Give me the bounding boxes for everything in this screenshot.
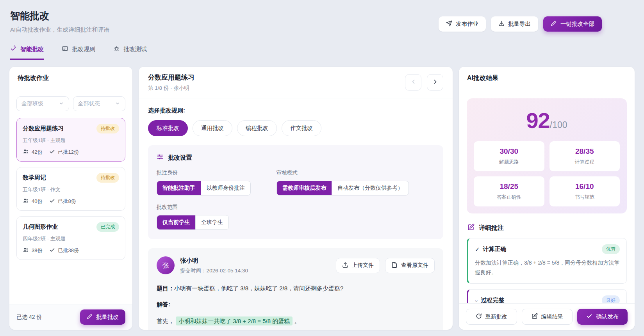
tab-grading-rules[interactable]: 批改规则 bbox=[62, 45, 95, 60]
queue-footer: 已选 42 份 批量批改 bbox=[9, 304, 132, 330]
settings-grid: 批注身份 智能批注助手 以教师身份批注 审核模式 需教师审核后发布 自动发布（分… bbox=[157, 169, 435, 196]
segment-auto-publish[interactable]: 自动发布（分数仅供参考） bbox=[332, 181, 409, 195]
review-mode-segmented: 需教师审核后发布 自动发布（分数仅供参考） bbox=[277, 181, 409, 196]
graded-count: 已批12份 bbox=[49, 149, 78, 156]
check-icon bbox=[49, 198, 55, 205]
grading-settings: 批改设置 批注身份 智能批注助手 以教师身份批注 审核模式 bbox=[148, 145, 443, 239]
score-line: 92/100 bbox=[474, 108, 620, 133]
prev-submission-button[interactable] bbox=[405, 74, 421, 91]
batch-grade-button[interactable]: 批量批改 bbox=[80, 309, 125, 325]
rating-badge: 优秀 bbox=[602, 244, 620, 254]
next-submission-button[interactable] bbox=[427, 74, 443, 91]
student-info: 张 张小明 提交时间：2026-02-05 14:30 bbox=[157, 256, 248, 274]
dimension-value: 30/30 bbox=[478, 147, 541, 156]
answer-line-1-highlight[interactable]: 小明和妹妹一共吃了 3/8 + 2/8 = 5/8 的蛋糕 bbox=[176, 316, 293, 325]
grade-all-button[interactable]: 一键批改全部 bbox=[543, 16, 602, 32]
tab-smart-grading[interactable]: 智能批改 bbox=[10, 45, 44, 60]
assignment-card-geometry[interactable]: 几何图形作业 已完成 四年级2班 · 主观题 38份 已批38份 bbox=[16, 216, 125, 260]
regrade-button[interactable]: 重新批改 bbox=[466, 309, 517, 325]
view-original-file-label: 查看原文件 bbox=[401, 262, 428, 269]
answer-line-1: 首先， 小明和妹妹一共吃了 3/8 + 2/8 = 5/8 的蛋糕 。 bbox=[157, 316, 435, 327]
submission-count: 40份 bbox=[23, 197, 42, 205]
segment-review-before-publish[interactable]: 需教师审核后发布 bbox=[277, 181, 332, 195]
pen-icon bbox=[551, 20, 557, 28]
student-name: 张小明 bbox=[180, 257, 248, 265]
assignment-name: 几何图形作业 bbox=[23, 223, 58, 231]
dimension-handwriting: 16/10 书写规范 bbox=[549, 176, 620, 206]
question-text: 小明有一块蛋糕，他吃了 3/8，妹妹吃了 2/8，请问还剩多少蛋糕? bbox=[174, 285, 343, 292]
result-footer: 重新批改 编辑结果 确认发布 bbox=[459, 303, 635, 330]
status-badge: 待批改 bbox=[96, 124, 119, 133]
submission-count-label: 38份 bbox=[32, 247, 42, 254]
grading-scope-segmented: 仅当前学生 全班学生 bbox=[157, 215, 229, 230]
rule-essay[interactable]: 作文批改 bbox=[282, 120, 321, 136]
page-title: 智能批改 bbox=[10, 9, 109, 22]
edit-square-icon bbox=[467, 224, 475, 232]
edit-result-label: 编辑结果 bbox=[541, 313, 563, 320]
tab-grading-test[interactable]: 批改测试 bbox=[113, 45, 147, 60]
field-label: 批注身份 bbox=[157, 169, 268, 176]
confirm-publish-button[interactable]: 确认发布 bbox=[577, 309, 628, 325]
assignment-card-math-journal[interactable]: 数学周记 待批改 五年级1班 · 作文 40份 已批8份 bbox=[16, 167, 125, 211]
top-bar: 智能批改 AI自动批改作业，生成详细批注和评语 发布作业 批量导出 一键批改全部 bbox=[0, 0, 644, 34]
segment-current-student[interactable]: 仅当前学生 bbox=[157, 215, 195, 229]
rules-card-icon bbox=[62, 45, 68, 53]
pending-assignments-panel: 待批改作业 全部班级 全部状态 分数应用题练习 待批改 五年级1班 bbox=[9, 67, 132, 330]
segment-ai-assistant[interactable]: 智能批注助手 bbox=[157, 181, 201, 195]
users-icon bbox=[23, 247, 29, 254]
chevron-right-icon bbox=[432, 78, 439, 86]
rule-standard[interactable]: 标准批改 bbox=[148, 120, 188, 136]
assignment-card-fraction-practice[interactable]: 分数应用题练习 待批改 五年级1班 · 主观题 42份 已批12份 bbox=[16, 118, 125, 162]
rule-programming[interactable]: 编程批改 bbox=[237, 120, 277, 136]
score-dimensions: 30/30 解题思路 28/35 计算过程 18/25 答案正确性 16/1 bbox=[474, 141, 620, 206]
pen-icon bbox=[87, 314, 93, 321]
result-body[interactable]: 92/100 30/30 解题思路 28/35 计算过程 18/25 bbox=[459, 90, 635, 330]
rule-general[interactable]: 通用批改 bbox=[193, 120, 232, 136]
users-icon bbox=[23, 197, 29, 205]
status-filter-select[interactable]: 全部状态 bbox=[73, 96, 126, 111]
segment-whole-class[interactable]: 全班学生 bbox=[195, 215, 228, 229]
result-panel-title: AI批改结果 bbox=[459, 67, 635, 90]
score-total: /100 bbox=[550, 120, 567, 130]
tab-grading-test-label: 批改测试 bbox=[123, 46, 147, 53]
field-annotator-identity: 批注身份 智能批注助手 以教师身份批注 bbox=[157, 169, 268, 196]
edit-square-icon bbox=[532, 313, 538, 320]
publish-assignment-label: 发布作业 bbox=[456, 20, 478, 28]
class-filter-value: 全部班级 bbox=[21, 100, 43, 107]
class-filter-select[interactable]: 全部班级 bbox=[16, 96, 69, 111]
check-icon bbox=[49, 149, 55, 156]
detail-subtitle: 第 1/8 份 · 张小明 bbox=[148, 85, 194, 92]
annotation-header: ✓ 计算正确 优秀 bbox=[475, 244, 620, 254]
status-badge: 已完成 bbox=[96, 222, 119, 232]
submission-count-label: 40份 bbox=[32, 198, 42, 205]
assignment-meta: 五年级1班 · 作文 bbox=[23, 186, 119, 193]
submission-header: 张 张小明 提交时间：2026-02-05 14:30 上传文件 bbox=[157, 256, 435, 274]
assignment-card-header: 数学周记 待批改 bbox=[23, 173, 119, 183]
tab-smart-grading-label: 智能批改 bbox=[20, 46, 44, 53]
edit-result-button[interactable]: 编辑结果 bbox=[522, 309, 573, 325]
dimension-value: 18/25 bbox=[478, 182, 541, 191]
detail-title: 分数应用题练习 bbox=[148, 73, 194, 82]
publish-assignment-button[interactable]: 发布作业 bbox=[439, 16, 486, 32]
assignment-stats: 40份 已批8份 bbox=[23, 197, 119, 205]
upload-file-button[interactable]: 上传文件 bbox=[336, 258, 380, 273]
submission-nav bbox=[405, 74, 443, 91]
annotation-title: ✓ 计算正确 bbox=[475, 245, 507, 253]
submission-actions: 上传文件 查看原文件 bbox=[336, 258, 435, 273]
tab-bar: 智能批改 批改规则 批改测试 bbox=[10, 45, 644, 60]
page-heading: 智能批改 AI自动批改作业，生成详细批注和评语 bbox=[10, 9, 109, 34]
main-content: 待批改作业 全部班级 全部状态 分数应用题练习 待批改 五年级1班 bbox=[9, 67, 635, 330]
view-original-file-button[interactable]: 查看原文件 bbox=[385, 258, 435, 273]
rule-pills: 标准批改 通用批改 编程批改 作文批改 bbox=[148, 120, 443, 136]
batch-export-button[interactable]: 批量导出 bbox=[491, 16, 538, 32]
submit-time-value: 2026-02-05 14:30 bbox=[207, 268, 248, 274]
submission-detail-panel: 分数应用题练习 第 1/8 份 · 张小明 选择批改规则: 标准批改 通用批改 bbox=[139, 67, 453, 330]
submit-time: 提交时间：2026-02-05 14:30 bbox=[180, 267, 248, 274]
assignment-meta: 五年级1班 · 主观题 bbox=[23, 137, 119, 144]
detail-body[interactable]: 选择批改规则: 标准批改 通用批改 编程批改 作文批改 批改设置 批注身份 bbox=[139, 98, 453, 330]
detail-header: 分数应用题练习 第 1/8 份 · 张小明 bbox=[139, 67, 453, 98]
segment-as-teacher[interactable]: 以教师身份批注 bbox=[201, 181, 250, 195]
assignment-meta: 四年级2班 · 主观题 bbox=[23, 235, 119, 242]
annotations-title: 详细批注 bbox=[479, 224, 504, 232]
answer-label: 解答: bbox=[157, 301, 435, 308]
